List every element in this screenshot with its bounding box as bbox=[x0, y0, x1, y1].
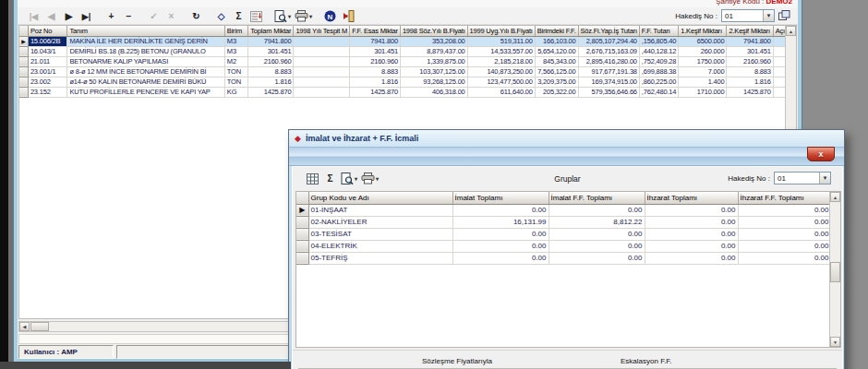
grid-cell[interactable]: 406,318.00 bbox=[400, 87, 467, 97]
grid-cell[interactable]: 205,322.00 bbox=[535, 87, 578, 97]
grid-cell[interactable]: 301.451 bbox=[248, 46, 294, 56]
scroll-left-icon[interactable]: ◀ bbox=[19, 322, 30, 331]
grid-cell[interactable]: 7941.800 bbox=[248, 36, 294, 46]
site-window-button[interactable] bbox=[778, 10, 790, 22]
grid-cell[interactable]: 5,654,120.00 bbox=[535, 46, 578, 56]
grid-cell[interactable]: ø14-ø 50 KALIN BETONARME DEMİRİ BÜKÜ bbox=[67, 77, 224, 87]
grid-cell[interactable]: BETONARME KALIP YAPILMASI bbox=[67, 56, 224, 66]
chevron-down-icon[interactable]: ▼ bbox=[763, 10, 774, 21]
diamond-icon[interactable]: ◇ bbox=[214, 9, 228, 23]
grid-cell[interactable]: 2,805,107,294.40 bbox=[578, 36, 639, 46]
chevron-down-icon[interactable]: ▼ bbox=[819, 173, 830, 184]
delete-record-icon[interactable]: − bbox=[122, 9, 136, 23]
row-selector[interactable]: ▶ bbox=[296, 204, 308, 216]
grid-cell[interactable]: M3 bbox=[224, 46, 247, 56]
grid-cell[interactable]: 8.883 bbox=[727, 66, 773, 77]
grid-cell[interactable]: 23.001/1 bbox=[28, 66, 67, 77]
grid-cell[interactable]: 579,356,646.66 bbox=[578, 87, 639, 97]
grid-cell[interactable]: 301.451 bbox=[727, 46, 773, 56]
grid-cell[interactable]: 01-İNŞAAT bbox=[308, 204, 452, 216]
row-selector[interactable] bbox=[19, 66, 28, 77]
grid-cell[interactable]: 2,676,715,163.09 bbox=[578, 46, 639, 56]
grid-cell[interactable]: 1750.000 bbox=[679, 56, 727, 66]
grid-cell[interactable]: 1425.870 bbox=[248, 87, 294, 97]
column-header[interactable]: İmalat Toplamı bbox=[452, 192, 549, 204]
grid-cell[interactable]: 1,339,875.00 bbox=[400, 56, 467, 66]
column-header[interactable]: F.F. Esas Miktar bbox=[350, 26, 401, 36]
grid-cell[interactable]: 1.816 bbox=[350, 77, 401, 87]
grid-cell[interactable]: 0.00 bbox=[645, 252, 738, 264]
totals-list-icon[interactable] bbox=[249, 9, 263, 23]
grid-cell[interactable]: 0.00 bbox=[645, 228, 738, 240]
n-circle-icon[interactable]: N bbox=[323, 9, 337, 23]
grid-cell[interactable]: TON bbox=[224, 77, 247, 87]
grid-cell[interactable]: 0.00 bbox=[549, 240, 645, 252]
grid-cell[interactable]: M3 bbox=[224, 36, 247, 46]
grid-cell[interactable]: ,860,225.00 bbox=[639, 77, 678, 87]
grid-cell[interactable]: 6500.000 bbox=[679, 36, 727, 46]
row-selector[interactable] bbox=[296, 228, 308, 240]
column-header[interactable]: 2.Keşif Miktarı bbox=[727, 26, 773, 36]
hscroll-thumb[interactable] bbox=[30, 322, 49, 331]
row-selector[interactable] bbox=[19, 87, 28, 97]
grid-cell[interactable]: 1425.870 bbox=[727, 87, 773, 97]
grid-cell[interactable]: 04-ELEKTRİK bbox=[308, 240, 452, 252]
prior-record-icon[interactable]: ◀ bbox=[44, 9, 58, 23]
dialog-grid-vscrollbar[interactable]: ▲ ▼ bbox=[829, 192, 840, 347]
grid-cell[interactable]: 05-TEFRİŞ bbox=[308, 252, 452, 264]
grid-cell[interactable]: M2 bbox=[224, 56, 247, 66]
row-selector[interactable] bbox=[296, 240, 308, 252]
column-header[interactable]: 1999 Uyg.Yılı B.Fiyatı bbox=[467, 26, 535, 36]
scroll-up-icon[interactable]: ▲ bbox=[830, 192, 840, 202]
column-header[interactable]: 1.Keşif Miktarı bbox=[679, 26, 727, 36]
grid-cell[interactable]: 0.00 bbox=[645, 216, 738, 228]
vscroll-thumb[interactable] bbox=[830, 262, 840, 282]
chevron-down-icon[interactable]: ▾ bbox=[309, 13, 312, 19]
grid-cell[interactable]: 0.00 bbox=[549, 228, 645, 240]
grid-cell[interactable]: 1.816 bbox=[727, 77, 773, 87]
column-header[interactable]: İmalat F.F. Toplamı bbox=[549, 192, 645, 204]
grid-cell[interactable]: 1.400 bbox=[679, 77, 727, 87]
grid-cell[interactable]: 93,268,125.00 bbox=[400, 77, 467, 87]
next-record-icon[interactable]: ▶ bbox=[62, 9, 76, 23]
column-header[interactable]: Söz.Fi.Yap.İş Tutarı bbox=[578, 26, 639, 36]
first-record-icon[interactable]: |◀ bbox=[27, 9, 41, 23]
grid-cell[interactable]: 0.00 bbox=[549, 252, 645, 264]
grid-cell[interactable]: 14,533,557.00 bbox=[467, 46, 535, 56]
grid-cell[interactable]: ,762,480.14 bbox=[639, 87, 678, 97]
grid-cell[interactable]: 0.00 bbox=[452, 240, 549, 252]
grid-cell[interactable]: 3,209,375.00 bbox=[535, 77, 578, 87]
grid-cell[interactable]: 0.00 bbox=[549, 204, 645, 216]
grid-cell[interactable]: 2160.960 bbox=[248, 56, 294, 66]
column-header[interactable]: İhzarat F.F. Toplamı bbox=[738, 192, 831, 204]
insert-record-icon[interactable]: + bbox=[104, 9, 118, 23]
row-selector[interactable] bbox=[19, 77, 28, 87]
grid-cell[interactable]: 0.00 bbox=[738, 204, 831, 216]
grid-cell[interactable]: 0.00 bbox=[452, 204, 549, 216]
grid-cell[interactable]: 8.883 bbox=[248, 66, 294, 77]
grid-cell[interactable]: ,699,888.38 bbox=[639, 66, 678, 77]
grid-cell[interactable]: 03-TESİSAT bbox=[308, 228, 452, 240]
grid-cell[interactable]: 123,477,500.00 bbox=[467, 77, 535, 87]
grid-cell[interactable] bbox=[294, 56, 350, 66]
grid-cell[interactable]: 7941.800 bbox=[350, 36, 401, 46]
close-button[interactable]: x bbox=[807, 147, 835, 161]
exit-icon[interactable] bbox=[341, 9, 355, 23]
refresh-icon[interactable]: ↻ bbox=[189, 9, 203, 23]
grid-cell[interactable]: 15.006/2B bbox=[28, 36, 67, 46]
sum-icon[interactable]: Σ bbox=[232, 9, 246, 23]
grid-cell[interactable]: 169,374,915.00 bbox=[578, 77, 639, 87]
grid-cell[interactable]: KG bbox=[224, 87, 247, 97]
grid-cell[interactable]: 0.00 bbox=[738, 252, 831, 264]
grid-cell[interactable]: 0.00 bbox=[738, 216, 831, 228]
grid-cell[interactable]: 1710.000 bbox=[679, 87, 727, 97]
grid-cell[interactable]: 8,879,437.00 bbox=[400, 46, 467, 56]
grid-cell[interactable]: 166,103.00 bbox=[535, 36, 578, 46]
row-selector[interactable] bbox=[19, 56, 28, 66]
grid-cell[interactable]: DEMİRLİ BS.18 (B.225) BETONU (GRANULO bbox=[67, 46, 224, 56]
grid-cell[interactable]: 21.011 bbox=[28, 56, 67, 66]
grid-cell[interactable]: MAKİNA İLE HER DERİNLİKTE GENİŞ DERİN bbox=[67, 36, 224, 46]
grid-cell[interactable] bbox=[294, 87, 350, 97]
grid-cell[interactable]: 1425.870 bbox=[350, 87, 401, 97]
row-selector[interactable] bbox=[296, 252, 308, 264]
